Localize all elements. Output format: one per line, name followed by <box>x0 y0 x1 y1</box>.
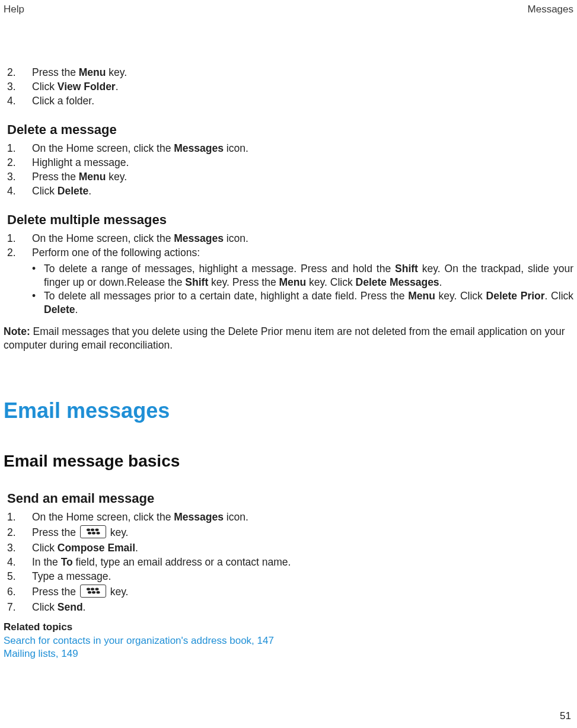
steps-delete-multiple: On the Home screen, click the Messages i… <box>4 231 573 260</box>
text: Click <box>32 601 58 613</box>
bold: View Folder <box>58 81 116 92</box>
steps-delete-message: On the Home screen, click the Messages i… <box>4 141 573 198</box>
text: Perform one of the following actions: <box>32 247 200 258</box>
text: Press the <box>32 66 79 78</box>
text: key. Click <box>435 290 486 302</box>
step: Click Compose Email. <box>4 541 573 555</box>
text: In the <box>32 556 61 568</box>
text: . <box>439 276 442 288</box>
heading-delete-multiple: Delete multiple messages <box>7 212 573 228</box>
bold: Send <box>58 601 83 613</box>
svg-point-2 <box>88 532 91 534</box>
text: . <box>75 304 78 315</box>
step: Press the Menu key. <box>4 170 573 184</box>
text: . <box>83 601 86 613</box>
text: To delete a range of messages, highlight… <box>44 263 395 274</box>
bold: To <box>61 556 73 568</box>
text: key. Press the <box>208 276 279 288</box>
header-help: Help <box>4 4 24 15</box>
step: Click a folder. <box>4 94 573 108</box>
step: Highlight a message. <box>4 155 573 170</box>
step: Press the Menu key. <box>4 65 573 79</box>
step: On the Home screen, click the Messages i… <box>4 510 573 524</box>
svg-point-1 <box>91 529 94 531</box>
bold: Menu <box>279 276 307 288</box>
text: Click <box>32 185 58 197</box>
heading-email-basics: Email message basics <box>4 452 573 471</box>
note-label: Note: <box>4 325 30 337</box>
svg-point-8 <box>91 588 94 590</box>
step: Press the key. <box>4 583 573 600</box>
bold: Menu <box>408 290 435 302</box>
text: Click a folder. <box>32 95 94 107</box>
steps-send-email: On the Home screen, click the Messages i… <box>4 510 573 614</box>
text: key. <box>106 171 127 183</box>
svg-point-0 <box>87 529 90 531</box>
bold: Messages <box>174 511 224 523</box>
text: key. <box>110 526 129 538</box>
svg-point-12 <box>96 591 100 593</box>
svg-point-7 <box>87 588 90 590</box>
svg-point-9 <box>88 591 91 593</box>
heading-email-messages: Email messages <box>4 398 573 423</box>
related-link[interactable]: Mailing lists, 149 <box>4 647 573 660</box>
bold: Menu <box>79 66 106 78</box>
text: . Click <box>545 290 573 302</box>
heading-send-email: Send an email message <box>7 491 573 506</box>
step: Type a message. <box>4 569 573 583</box>
header-section: Messages <box>528 4 573 15</box>
page-number: 51 <box>560 710 571 722</box>
bold: Compose Email <box>58 542 135 554</box>
text: . <box>116 81 119 92</box>
text: key. Click <box>306 276 355 288</box>
related-link[interactable]: Search for contacts in your organization… <box>4 634 573 647</box>
steps-continuation: Press the Menu key. Click View Folder. C… <box>4 65 573 108</box>
heading-delete-message: Delete a message <box>7 122 573 138</box>
text: On the Home screen, click the <box>32 232 174 244</box>
step: Perform one of the following actions: <box>4 245 573 260</box>
bullets-delete-multiple: To delete a range of messages, highlight… <box>4 262 573 317</box>
bullet: To delete all messages prior to a certai… <box>4 289 573 317</box>
text: field, type an email address or a contac… <box>73 556 291 568</box>
svg-point-10 <box>92 591 95 593</box>
step: Click Delete. <box>4 184 573 198</box>
text: Press the <box>32 171 79 183</box>
bold: Messages <box>174 142 224 154</box>
text: To delete all messages prior to a certai… <box>44 290 408 302</box>
step: In the To field, type an email address o… <box>4 555 573 569</box>
bold: Delete Prior <box>486 290 545 302</box>
step: Click Send. <box>4 600 573 614</box>
text: Type a message. <box>32 570 111 582</box>
step: Click View Folder. <box>4 79 573 94</box>
svg-point-11 <box>95 588 98 590</box>
text: icon. <box>224 142 248 154</box>
text: . <box>88 185 91 197</box>
bold: Delete <box>58 185 89 197</box>
text: icon. <box>224 511 248 523</box>
bold: Shift <box>185 276 208 288</box>
note-body: Email messages that you delete using the… <box>4 325 565 351</box>
text: On the Home screen, click the <box>32 511 174 523</box>
blackberry-key-icon <box>80 585 106 598</box>
step: On the Home screen, click the Messages i… <box>4 141 573 155</box>
step: Press the key. <box>4 524 573 541</box>
text: Click <box>32 542 58 554</box>
bold: Menu <box>79 171 106 183</box>
step: On the Home screen, click the Messages i… <box>4 231 573 245</box>
related-topics-heading: Related topics <box>4 621 573 633</box>
text: Click <box>32 81 58 92</box>
text: key. <box>106 66 127 78</box>
text: key. <box>110 586 129 598</box>
text: Highlight a message. <box>32 157 129 168</box>
bold: Delete <box>44 304 75 315</box>
text: icon. <box>224 232 248 244</box>
bold: Messages <box>174 232 224 244</box>
text: . <box>135 542 138 554</box>
text: Press the <box>32 526 79 538</box>
blackberry-key-icon <box>80 525 106 538</box>
bullet: To delete a range of messages, highlight… <box>4 262 573 289</box>
text: Press the <box>32 586 79 598</box>
bold: Delete Messages <box>356 276 439 288</box>
bold: Shift <box>395 263 418 274</box>
text: On the Home screen, click the <box>32 142 174 154</box>
